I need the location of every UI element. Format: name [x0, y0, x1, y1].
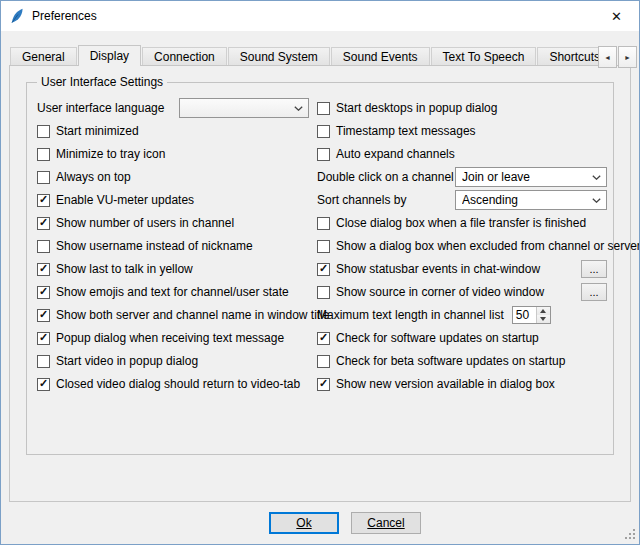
checkbox-label[interactable]: Minimize to tray icon [56, 147, 165, 161]
row: ✓ Show username instead of nickname [37, 237, 315, 255]
cancel-button[interactable]: Cancel [351, 512, 421, 534]
ok-label: Ok [296, 516, 311, 530]
sort-channels-label: Sort channels by [317, 193, 406, 207]
double-click-combo[interactable]: Join or leave [455, 167, 607, 187]
combo-value: Ascending [462, 193, 588, 207]
row: ✓ Enable VU-meter updates [37, 191, 315, 209]
ok-button[interactable]: Ok [269, 512, 339, 534]
checkbox-label[interactable]: Show number of users in channel [56, 216, 234, 230]
cb-desktops-popup-dialog[interactable]: ✓ [317, 102, 330, 115]
tab-text-to-speech[interactable]: Text To Speech [431, 47, 537, 66]
close-button[interactable]: ✕ [594, 1, 639, 31]
chevron-down-icon [592, 198, 601, 203]
max-text-length-label: Maximum text length in channel list [317, 308, 504, 322]
checkbox-label[interactable]: Closed video dialog should return to vid… [56, 377, 300, 391]
row: ✓ Auto expand channels [317, 145, 607, 163]
cb-video-source-corner[interactable]: ✓ [317, 286, 330, 299]
tab-label: Shortcuts [549, 50, 600, 64]
left-column: User interface language ✓ Start minimize… [37, 99, 315, 398]
window-title: Preferences [32, 9, 97, 23]
arrow-left-icon: ◄ [604, 54, 611, 61]
spin-down-button[interactable] [537, 315, 550, 323]
tab-label: Sound Events [343, 50, 418, 64]
checkbox-label[interactable]: Check for software updates on startup [336, 331, 539, 345]
double-click-row: Double click on a channel Join or leave [317, 168, 607, 186]
tab-sound-system[interactable]: Sound System [228, 47, 330, 66]
checkbox-label[interactable]: Show a dialog box when excluded from cha… [336, 239, 640, 253]
cb-video-popup-dialog[interactable]: ✓ [37, 355, 50, 368]
display-tab-page: User Interface Settings User interface l… [9, 65, 631, 502]
cb-start-minimized[interactable]: ✓ [37, 125, 50, 138]
checkbox-label[interactable]: Show username instead of nickname [56, 239, 253, 253]
checkbox-label[interactable]: Enable VU-meter updates [56, 193, 194, 207]
cb-timestamp-messages[interactable]: ✓ [317, 125, 330, 138]
checkbox-label[interactable]: Show both server and channel name in win… [56, 308, 330, 322]
arrow-down-icon [540, 317, 546, 321]
checkbox-label[interactable]: Check for beta software updates on start… [336, 354, 565, 368]
checkbox-label[interactable]: Auto expand channels [336, 147, 455, 161]
cb-auto-expand-channels[interactable]: ✓ [317, 148, 330, 161]
checkbox-label[interactable]: Timestamp text messages [336, 124, 476, 138]
sort-channels-combo[interactable]: Ascending [455, 190, 607, 210]
cb-close-on-transfer-finished[interactable]: ✓ [317, 217, 330, 230]
tab-connection[interactable]: Connection [142, 47, 227, 66]
checkbox-label[interactable]: Show emojis and text for channel/user st… [56, 285, 289, 299]
cb-dialog-when-excluded[interactable]: ✓ [317, 240, 330, 253]
video-source-more-button[interactable]: ... [581, 283, 607, 301]
close-icon: ✕ [611, 9, 622, 24]
cb-popup-on-text-message[interactable]: ✓ [37, 332, 50, 345]
spin-up-button[interactable] [537, 307, 550, 315]
sort-channels-row: Sort channels by Ascending [317, 191, 607, 209]
cb-always-on-top[interactable]: ✓ [37, 171, 50, 184]
cb-closed-video-return-tab[interactable]: ✓ [37, 378, 50, 391]
check-icon: ✓ [39, 309, 48, 320]
dialog-footer: Ok Cancel [1, 512, 639, 534]
cb-username-instead-nickname[interactable]: ✓ [37, 240, 50, 253]
row: ✓ Show emojis and text for channel/user … [37, 283, 315, 301]
checkbox-label[interactable]: Show last to talk in yellow [56, 262, 193, 276]
checkbox-label[interactable]: Start minimized [56, 124, 139, 138]
cb-last-to-talk-yellow[interactable]: ✓ [37, 263, 50, 276]
video-source-row: ✓ Show source in corner of video window … [317, 283, 607, 301]
row: ✓ Start desktops in popup dialog [317, 99, 607, 117]
cb-server-channel-in-title[interactable]: ✓ [37, 309, 50, 322]
chevron-down-icon [592, 175, 601, 180]
cb-show-user-count[interactable]: ✓ [37, 217, 50, 230]
checkbox-label[interactable]: Show source in corner of video window [336, 285, 544, 299]
title-bar[interactable]: Preferences ✕ [1, 1, 639, 31]
check-icon: ✓ [39, 194, 48, 205]
cb-vu-meter-updates[interactable]: ✓ [37, 194, 50, 207]
cb-statusbar-events[interactable]: ✓ [317, 263, 330, 276]
checkbox-label[interactable]: Close dialog box when a file transfer is… [336, 216, 586, 230]
checkbox-label[interactable]: Always on top [56, 170, 131, 184]
checkbox-label[interactable]: Start video in popup dialog [56, 354, 198, 368]
checkbox-label[interactable]: Start desktops in popup dialog [336, 101, 497, 115]
tab-sound-events[interactable]: Sound Events [331, 47, 430, 66]
row: ✓ Popup dialog when receiving text messa… [37, 329, 315, 347]
checkbox-label[interactable]: Show statusbar events in chat-window [336, 262, 540, 276]
resize-grip[interactable] [623, 528, 636, 541]
cb-check-software-updates[interactable]: ✓ [317, 332, 330, 345]
cb-show-new-version-dialog[interactable]: ✓ [317, 378, 330, 391]
language-combo[interactable] [179, 98, 309, 118]
ellipsis-icon: ... [589, 287, 598, 297]
spinner-value[interactable]: 50 [513, 307, 536, 323]
max-text-length-row: Maximum text length in channel list 50 [317, 306, 607, 324]
max-text-length-spinner[interactable]: 50 [512, 306, 551, 324]
checkbox-label[interactable]: Popup dialog when receiving text message [56, 331, 284, 345]
checkbox-label[interactable]: Show new version available in dialog box [336, 377, 555, 391]
row: ✓ Show new version available in dialog b… [317, 375, 607, 393]
check-icon: ✓ [319, 378, 328, 389]
user-interface-settings-group: User Interface Settings User interface l… [26, 82, 614, 455]
cb-emojis-and-text-state[interactable]: ✓ [37, 286, 50, 299]
tab-display[interactable]: Display [78, 45, 141, 66]
check-icon: ✓ [39, 332, 48, 343]
cb-check-beta-updates[interactable]: ✓ [317, 355, 330, 368]
tab-scroll-right-button[interactable]: ► [618, 46, 637, 68]
statusbar-events-more-button[interactable]: ... [581, 260, 607, 278]
cb-minimize-to-tray[interactable]: ✓ [37, 148, 50, 161]
row: ✓ Closed video dialog should return to v… [37, 375, 315, 393]
tab-scroll-left-button[interactable]: ◄ [598, 46, 617, 68]
row: ✓ Show a dialog box when excluded from c… [317, 237, 607, 255]
tab-general[interactable]: General [10, 47, 77, 66]
